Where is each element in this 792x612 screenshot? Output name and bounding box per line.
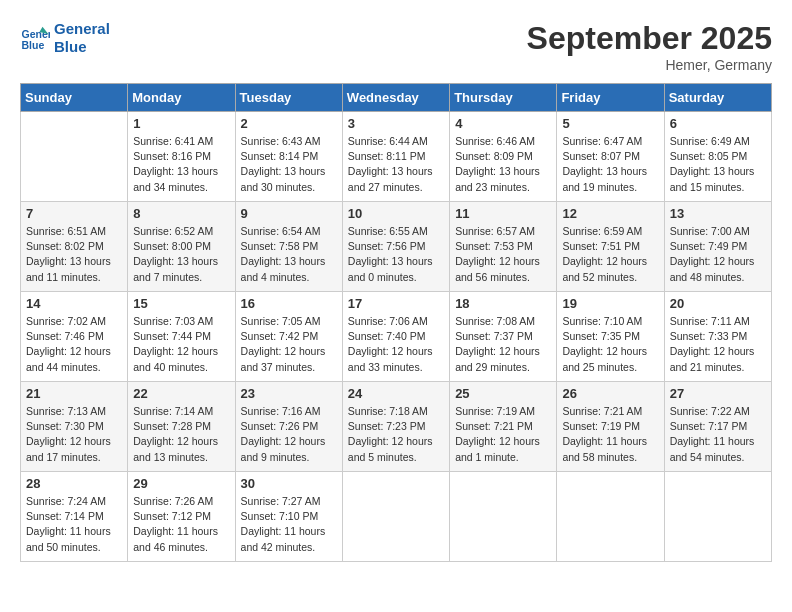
day-cell [450, 472, 557, 562]
day-info: Sunrise: 7:24 AM Sunset: 7:14 PM Dayligh… [26, 494, 122, 555]
day-number: 3 [348, 116, 444, 131]
day-cell [342, 472, 449, 562]
day-info: Sunrise: 7:18 AM Sunset: 7:23 PM Dayligh… [348, 404, 444, 465]
month-title: September 2025 [527, 20, 772, 57]
day-number: 13 [670, 206, 766, 221]
day-cell: 27Sunrise: 7:22 AM Sunset: 7:17 PM Dayli… [664, 382, 771, 472]
day-cell: 3Sunrise: 6:44 AM Sunset: 8:11 PM Daylig… [342, 112, 449, 202]
day-cell: 29Sunrise: 7:26 AM Sunset: 7:12 PM Dayli… [128, 472, 235, 562]
day-info: Sunrise: 7:14 AM Sunset: 7:28 PM Dayligh… [133, 404, 229, 465]
day-number: 17 [348, 296, 444, 311]
title-block: September 2025 Hemer, Germany [527, 20, 772, 73]
day-info: Sunrise: 7:00 AM Sunset: 7:49 PM Dayligh… [670, 224, 766, 285]
day-number: 14 [26, 296, 122, 311]
day-cell [557, 472, 664, 562]
day-info: Sunrise: 7:27 AM Sunset: 7:10 PM Dayligh… [241, 494, 337, 555]
header-cell-monday: Monday [128, 84, 235, 112]
day-cell: 12Sunrise: 6:59 AM Sunset: 7:51 PM Dayli… [557, 202, 664, 292]
day-cell: 21Sunrise: 7:13 AM Sunset: 7:30 PM Dayli… [21, 382, 128, 472]
day-cell: 15Sunrise: 7:03 AM Sunset: 7:44 PM Dayli… [128, 292, 235, 382]
day-cell: 14Sunrise: 7:02 AM Sunset: 7:46 PM Dayli… [21, 292, 128, 382]
calendar-header: SundayMondayTuesdayWednesdayThursdayFrid… [21, 84, 772, 112]
day-info: Sunrise: 7:02 AM Sunset: 7:46 PM Dayligh… [26, 314, 122, 375]
header-cell-tuesday: Tuesday [235, 84, 342, 112]
header-cell-sunday: Sunday [21, 84, 128, 112]
header-cell-wednesday: Wednesday [342, 84, 449, 112]
logo: General Blue GeneralBlue [20, 20, 110, 56]
day-number: 19 [562, 296, 658, 311]
day-info: Sunrise: 7:05 AM Sunset: 7:42 PM Dayligh… [241, 314, 337, 375]
day-cell: 26Sunrise: 7:21 AM Sunset: 7:19 PM Dayli… [557, 382, 664, 472]
day-cell: 7Sunrise: 6:51 AM Sunset: 8:02 PM Daylig… [21, 202, 128, 292]
day-number: 15 [133, 296, 229, 311]
logo-text: GeneralBlue [54, 20, 110, 56]
day-info: Sunrise: 6:44 AM Sunset: 8:11 PM Dayligh… [348, 134, 444, 195]
day-number: 5 [562, 116, 658, 131]
day-info: Sunrise: 7:03 AM Sunset: 7:44 PM Dayligh… [133, 314, 229, 375]
day-number: 9 [241, 206, 337, 221]
week-row-5: 28Sunrise: 7:24 AM Sunset: 7:14 PM Dayli… [21, 472, 772, 562]
day-number: 22 [133, 386, 229, 401]
day-cell: 16Sunrise: 7:05 AM Sunset: 7:42 PM Dayli… [235, 292, 342, 382]
day-number: 30 [241, 476, 337, 491]
day-info: Sunrise: 6:43 AM Sunset: 8:14 PM Dayligh… [241, 134, 337, 195]
day-cell: 4Sunrise: 6:46 AM Sunset: 8:09 PM Daylig… [450, 112, 557, 202]
header-cell-friday: Friday [557, 84, 664, 112]
week-row-2: 7Sunrise: 6:51 AM Sunset: 8:02 PM Daylig… [21, 202, 772, 292]
header-cell-thursday: Thursday [450, 84, 557, 112]
day-number: 24 [348, 386, 444, 401]
day-info: Sunrise: 7:06 AM Sunset: 7:40 PM Dayligh… [348, 314, 444, 375]
day-cell: 24Sunrise: 7:18 AM Sunset: 7:23 PM Dayli… [342, 382, 449, 472]
day-number: 12 [562, 206, 658, 221]
day-info: Sunrise: 7:22 AM Sunset: 7:17 PM Dayligh… [670, 404, 766, 465]
day-cell: 25Sunrise: 7:19 AM Sunset: 7:21 PM Dayli… [450, 382, 557, 472]
day-cell: 19Sunrise: 7:10 AM Sunset: 7:35 PM Dayli… [557, 292, 664, 382]
day-info: Sunrise: 6:51 AM Sunset: 8:02 PM Dayligh… [26, 224, 122, 285]
day-cell: 23Sunrise: 7:16 AM Sunset: 7:26 PM Dayli… [235, 382, 342, 472]
day-cell: 6Sunrise: 6:49 AM Sunset: 8:05 PM Daylig… [664, 112, 771, 202]
header-cell-saturday: Saturday [664, 84, 771, 112]
day-info: Sunrise: 6:46 AM Sunset: 8:09 PM Dayligh… [455, 134, 551, 195]
day-info: Sunrise: 6:52 AM Sunset: 8:00 PM Dayligh… [133, 224, 229, 285]
day-info: Sunrise: 7:19 AM Sunset: 7:21 PM Dayligh… [455, 404, 551, 465]
day-number: 25 [455, 386, 551, 401]
day-number: 28 [26, 476, 122, 491]
location: Hemer, Germany [527, 57, 772, 73]
svg-text:Blue: Blue [22, 39, 45, 51]
calendar-table: SundayMondayTuesdayWednesdayThursdayFrid… [20, 83, 772, 562]
day-cell: 17Sunrise: 7:06 AM Sunset: 7:40 PM Dayli… [342, 292, 449, 382]
day-number: 27 [670, 386, 766, 401]
day-info: Sunrise: 6:55 AM Sunset: 7:56 PM Dayligh… [348, 224, 444, 285]
day-cell: 5Sunrise: 6:47 AM Sunset: 8:07 PM Daylig… [557, 112, 664, 202]
day-cell: 10Sunrise: 6:55 AM Sunset: 7:56 PM Dayli… [342, 202, 449, 292]
day-number: 26 [562, 386, 658, 401]
day-info: Sunrise: 7:13 AM Sunset: 7:30 PM Dayligh… [26, 404, 122, 465]
day-number: 7 [26, 206, 122, 221]
day-cell: 30Sunrise: 7:27 AM Sunset: 7:10 PM Dayli… [235, 472, 342, 562]
day-info: Sunrise: 6:57 AM Sunset: 7:53 PM Dayligh… [455, 224, 551, 285]
day-cell [664, 472, 771, 562]
day-number: 2 [241, 116, 337, 131]
day-info: Sunrise: 6:54 AM Sunset: 7:58 PM Dayligh… [241, 224, 337, 285]
day-number: 11 [455, 206, 551, 221]
day-cell: 8Sunrise: 6:52 AM Sunset: 8:00 PM Daylig… [128, 202, 235, 292]
day-info: Sunrise: 6:47 AM Sunset: 8:07 PM Dayligh… [562, 134, 658, 195]
day-cell: 9Sunrise: 6:54 AM Sunset: 7:58 PM Daylig… [235, 202, 342, 292]
week-row-4: 21Sunrise: 7:13 AM Sunset: 7:30 PM Dayli… [21, 382, 772, 472]
day-info: Sunrise: 6:49 AM Sunset: 8:05 PM Dayligh… [670, 134, 766, 195]
day-cell: 13Sunrise: 7:00 AM Sunset: 7:49 PM Dayli… [664, 202, 771, 292]
week-row-1: 1Sunrise: 6:41 AM Sunset: 8:16 PM Daylig… [21, 112, 772, 202]
day-cell: 1Sunrise: 6:41 AM Sunset: 8:16 PM Daylig… [128, 112, 235, 202]
day-number: 8 [133, 206, 229, 221]
day-info: Sunrise: 7:16 AM Sunset: 7:26 PM Dayligh… [241, 404, 337, 465]
day-info: Sunrise: 7:08 AM Sunset: 7:37 PM Dayligh… [455, 314, 551, 375]
calendar-body: 1Sunrise: 6:41 AM Sunset: 8:16 PM Daylig… [21, 112, 772, 562]
logo-icon: General Blue [20, 23, 50, 53]
day-info: Sunrise: 7:26 AM Sunset: 7:12 PM Dayligh… [133, 494, 229, 555]
day-cell: 2Sunrise: 6:43 AM Sunset: 8:14 PM Daylig… [235, 112, 342, 202]
day-info: Sunrise: 6:41 AM Sunset: 8:16 PM Dayligh… [133, 134, 229, 195]
day-number: 18 [455, 296, 551, 311]
day-number: 16 [241, 296, 337, 311]
week-row-3: 14Sunrise: 7:02 AM Sunset: 7:46 PM Dayli… [21, 292, 772, 382]
header-row: SundayMondayTuesdayWednesdayThursdayFrid… [21, 84, 772, 112]
